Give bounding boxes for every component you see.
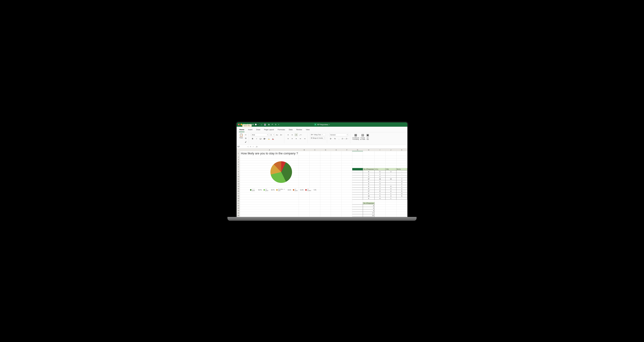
col-header-C[interactable]: C [310, 149, 320, 151]
cell-D16[interactable] [320, 190, 331, 192]
cell-H23[interactable]: 3 [363, 207, 374, 209]
align-bottom-icon[interactable]: ≡ [294, 133, 298, 136]
cell-J15[interactable]: 3 [385, 188, 396, 190]
cell-G10[interactable] [352, 175, 363, 178]
cell-F25[interactable] [342, 212, 352, 214]
cell-D23[interactable] [320, 207, 331, 209]
cell-H20[interactable] [363, 200, 374, 202]
comma-icon[interactable]: , [338, 137, 341, 140]
decrease-indent-icon[interactable]: ⇤ [299, 137, 302, 140]
cell-H17[interactable]: 5 [363, 192, 374, 195]
cell-D26[interactable] [320, 214, 331, 217]
cell-E11[interactable] [331, 178, 342, 180]
cell-H8[interactable]: 8 [363, 170, 374, 173]
wrap-text-button[interactable]: ab↵Wrap Text [310, 133, 326, 136]
cell-K22[interactable] [396, 204, 407, 207]
borders-button[interactable]: ▦ [263, 137, 266, 140]
row-header-20[interactable]: 20 [237, 200, 240, 202]
cell-E2[interactable] [331, 156, 342, 158]
underline-button[interactable]: U [259, 137, 262, 140]
cell-A22[interactable] [240, 204, 299, 207]
font-color-button[interactable]: A [271, 137, 274, 140]
cell-J1[interactable] [385, 151, 396, 156]
cell-I9[interactable]: 2 [374, 173, 386, 175]
cell-I24[interactable] [374, 209, 386, 212]
cell-F8[interactable] [342, 170, 352, 173]
cell-D13[interactable] [320, 182, 331, 185]
cell-B22[interactable] [299, 204, 310, 207]
cell-I4[interactable] [374, 161, 386, 163]
cell-J21[interactable] [385, 202, 396, 204]
cell-B2[interactable] [299, 156, 310, 158]
cell-F13[interactable] [342, 182, 352, 185]
cell-I2[interactable] [374, 156, 386, 158]
worksheet[interactable]: ABCDEFGHIJK1How likely are you to stay i… [237, 148, 407, 217]
cell-H16[interactable]: 17 [363, 190, 374, 192]
percent-icon[interactable]: % [333, 137, 336, 140]
cell-H12[interactable]: 5 [363, 180, 374, 182]
tab-draw[interactable]: Draw [256, 128, 260, 132]
cell-G9[interactable] [352, 173, 363, 175]
cell-C27[interactable] [310, 217, 320, 217]
cell-H10[interactable]: 3 [363, 175, 374, 178]
cell-K25[interactable] [396, 212, 407, 214]
cell-C25[interactable] [310, 212, 320, 214]
align-middle-icon[interactable]: ≡ [290, 133, 294, 136]
cell-G6[interactable] [352, 166, 363, 168]
cell-F14[interactable] [342, 185, 352, 188]
cell-E13[interactable] [331, 182, 342, 185]
cell-C24[interactable] [310, 209, 320, 212]
fx-icon[interactable]: ƒx [255, 146, 258, 148]
cell-I21[interactable] [374, 202, 386, 204]
name-box[interactable]: G7 ▾ [237, 146, 249, 148]
cell-G27[interactable] [352, 217, 363, 217]
cell-G17[interactable] [352, 192, 363, 195]
cell-J5[interactable] [385, 163, 396, 166]
cell-J14[interactable]: 4 [385, 185, 396, 188]
cell-A23[interactable] [240, 207, 299, 209]
cell-F6[interactable] [342, 166, 352, 168]
pie-chart[interactable]: 1 - 2 years 35.7%2-4 years 28.7%6months … [245, 161, 318, 192]
align-left-icon[interactable]: ≡ [286, 137, 290, 140]
cell-I26[interactable] [374, 214, 386, 217]
cell-A17[interactable] [240, 192, 299, 195]
cell-B24[interactable] [299, 209, 310, 212]
cell-E10[interactable] [331, 175, 342, 178]
cell-F9[interactable] [342, 173, 352, 175]
cell-I27[interactable] [374, 217, 386, 217]
cell-B3[interactable] [299, 158, 310, 161]
cell-K9[interactable]: - [396, 173, 407, 175]
cell-K2[interactable] [396, 156, 407, 158]
cell-G15[interactable] [352, 188, 363, 190]
cell-H25[interactable]: 77 [363, 212, 374, 214]
row-header-17[interactable]: 17 [237, 192, 240, 195]
currency-icon[interactable]: $ [329, 137, 332, 140]
window-close-button[interactable] [238, 124, 240, 125]
col-header-B[interactable]: B [299, 149, 310, 151]
cell-G2[interactable] [352, 156, 363, 158]
cell-F15[interactable] [342, 188, 352, 190]
cell-E26[interactable] [331, 214, 342, 217]
cell-J7[interactable]: 2-4y [385, 168, 396, 170]
cell-E24[interactable] [331, 209, 342, 212]
cell-F18[interactable] [342, 195, 352, 197]
cell-F16[interactable] [342, 190, 352, 192]
cell-K11[interactable]: 7 [396, 178, 407, 180]
cell-J4[interactable] [385, 161, 396, 163]
cell-D8[interactable] [320, 170, 331, 173]
cell-I13[interactable]: 3 [374, 182, 386, 185]
cell-A18[interactable] [240, 195, 299, 197]
cell-K5[interactable] [396, 163, 407, 166]
cell-D18[interactable] [320, 195, 331, 197]
cell-D15[interactable] [320, 188, 331, 190]
col-header-D[interactable]: D [320, 149, 331, 151]
enter-formula-icon[interactable]: ✓ [252, 146, 254, 148]
cell-I16[interactable]: 8 [374, 190, 386, 192]
row-header-4[interactable]: 4 [237, 161, 240, 163]
number-format-select[interactable]: General [329, 133, 348, 136]
row-header-27[interactable]: 27 [237, 217, 240, 217]
font-name-select[interactable]: Arial [251, 133, 268, 136]
undo-icon[interactable]: ↶ [272, 124, 273, 126]
cell-F17[interactable] [342, 192, 352, 195]
cell-J23[interactable] [385, 207, 396, 209]
